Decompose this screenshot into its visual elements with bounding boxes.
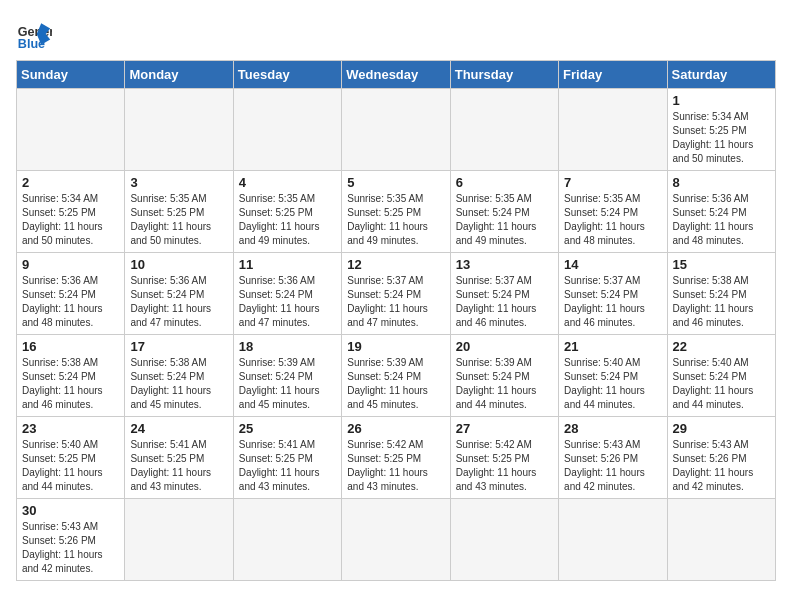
day-info: Sunrise: 5:40 AMSunset: 5:24 PMDaylight:…	[564, 356, 661, 412]
calendar-cell: 27Sunrise: 5:42 AMSunset: 5:25 PMDayligh…	[450, 417, 558, 499]
day-info: Sunrise: 5:34 AMSunset: 5:25 PMDaylight:…	[673, 110, 770, 166]
calendar-cell	[125, 499, 233, 581]
calendar-cell: 24Sunrise: 5:41 AMSunset: 5:25 PMDayligh…	[125, 417, 233, 499]
calendar-cell: 9Sunrise: 5:36 AMSunset: 5:24 PMDaylight…	[17, 253, 125, 335]
day-info: Sunrise: 5:36 AMSunset: 5:24 PMDaylight:…	[239, 274, 336, 330]
weekday-header-tuesday: Tuesday	[233, 61, 341, 89]
day-number: 14	[564, 257, 661, 272]
calendar-cell: 19Sunrise: 5:39 AMSunset: 5:24 PMDayligh…	[342, 335, 450, 417]
day-info: Sunrise: 5:35 AMSunset: 5:25 PMDaylight:…	[347, 192, 444, 248]
day-info: Sunrise: 5:39 AMSunset: 5:24 PMDaylight:…	[347, 356, 444, 412]
calendar-cell: 1Sunrise: 5:34 AMSunset: 5:25 PMDaylight…	[667, 89, 775, 171]
day-number: 29	[673, 421, 770, 436]
day-info: Sunrise: 5:35 AMSunset: 5:24 PMDaylight:…	[564, 192, 661, 248]
day-number: 17	[130, 339, 227, 354]
day-number: 19	[347, 339, 444, 354]
weekday-header-sunday: Sunday	[17, 61, 125, 89]
calendar-row-6: 30Sunrise: 5:43 AMSunset: 5:26 PMDayligh…	[17, 499, 776, 581]
weekday-header-saturday: Saturday	[667, 61, 775, 89]
day-info: Sunrise: 5:35 AMSunset: 5:25 PMDaylight:…	[239, 192, 336, 248]
calendar-cell: 5Sunrise: 5:35 AMSunset: 5:25 PMDaylight…	[342, 171, 450, 253]
calendar-cell: 26Sunrise: 5:42 AMSunset: 5:25 PMDayligh…	[342, 417, 450, 499]
weekday-header-row: SundayMondayTuesdayWednesdayThursdayFrid…	[17, 61, 776, 89]
weekday-header-monday: Monday	[125, 61, 233, 89]
day-info: Sunrise: 5:39 AMSunset: 5:24 PMDaylight:…	[456, 356, 553, 412]
calendar-cell	[667, 499, 775, 581]
day-number: 21	[564, 339, 661, 354]
calendar-cell: 6Sunrise: 5:35 AMSunset: 5:24 PMDaylight…	[450, 171, 558, 253]
day-info: Sunrise: 5:41 AMSunset: 5:25 PMDaylight:…	[130, 438, 227, 494]
day-info: Sunrise: 5:34 AMSunset: 5:25 PMDaylight:…	[22, 192, 119, 248]
calendar-cell: 3Sunrise: 5:35 AMSunset: 5:25 PMDaylight…	[125, 171, 233, 253]
day-info: Sunrise: 5:43 AMSunset: 5:26 PMDaylight:…	[22, 520, 119, 576]
day-number: 25	[239, 421, 336, 436]
day-number: 6	[456, 175, 553, 190]
day-number: 28	[564, 421, 661, 436]
calendar-cell	[342, 89, 450, 171]
weekday-header-thursday: Thursday	[450, 61, 558, 89]
day-number: 27	[456, 421, 553, 436]
day-number: 11	[239, 257, 336, 272]
day-number: 1	[673, 93, 770, 108]
calendar-cell	[342, 499, 450, 581]
calendar-cell	[450, 499, 558, 581]
calendar-cell: 30Sunrise: 5:43 AMSunset: 5:26 PMDayligh…	[17, 499, 125, 581]
day-number: 3	[130, 175, 227, 190]
day-number: 23	[22, 421, 119, 436]
calendar-cell: 21Sunrise: 5:40 AMSunset: 5:24 PMDayligh…	[559, 335, 667, 417]
calendar-cell: 17Sunrise: 5:38 AMSunset: 5:24 PMDayligh…	[125, 335, 233, 417]
calendar-cell: 13Sunrise: 5:37 AMSunset: 5:24 PMDayligh…	[450, 253, 558, 335]
day-number: 7	[564, 175, 661, 190]
page-header: General Blue	[16, 16, 776, 52]
day-info: Sunrise: 5:42 AMSunset: 5:25 PMDaylight:…	[347, 438, 444, 494]
calendar-table: SundayMondayTuesdayWednesdayThursdayFrid…	[16, 60, 776, 581]
day-info: Sunrise: 5:43 AMSunset: 5:26 PMDaylight:…	[564, 438, 661, 494]
weekday-header-wednesday: Wednesday	[342, 61, 450, 89]
calendar-cell: 4Sunrise: 5:35 AMSunset: 5:25 PMDaylight…	[233, 171, 341, 253]
calendar-cell	[125, 89, 233, 171]
day-info: Sunrise: 5:42 AMSunset: 5:25 PMDaylight:…	[456, 438, 553, 494]
day-number: 2	[22, 175, 119, 190]
calendar-cell: 28Sunrise: 5:43 AMSunset: 5:26 PMDayligh…	[559, 417, 667, 499]
calendar-cell	[559, 499, 667, 581]
day-info: Sunrise: 5:40 AMSunset: 5:25 PMDaylight:…	[22, 438, 119, 494]
day-info: Sunrise: 5:36 AMSunset: 5:24 PMDaylight:…	[130, 274, 227, 330]
calendar-row-1: 1Sunrise: 5:34 AMSunset: 5:25 PMDaylight…	[17, 89, 776, 171]
day-number: 22	[673, 339, 770, 354]
calendar-cell	[450, 89, 558, 171]
day-info: Sunrise: 5:35 AMSunset: 5:24 PMDaylight:…	[456, 192, 553, 248]
calendar-cell: 8Sunrise: 5:36 AMSunset: 5:24 PMDaylight…	[667, 171, 775, 253]
calendar-cell: 20Sunrise: 5:39 AMSunset: 5:24 PMDayligh…	[450, 335, 558, 417]
calendar-row-2: 2Sunrise: 5:34 AMSunset: 5:25 PMDaylight…	[17, 171, 776, 253]
calendar-cell: 10Sunrise: 5:36 AMSunset: 5:24 PMDayligh…	[125, 253, 233, 335]
day-number: 13	[456, 257, 553, 272]
logo-icon: General Blue	[16, 16, 52, 52]
day-number: 20	[456, 339, 553, 354]
calendar-cell: 22Sunrise: 5:40 AMSunset: 5:24 PMDayligh…	[667, 335, 775, 417]
day-info: Sunrise: 5:38 AMSunset: 5:24 PMDaylight:…	[673, 274, 770, 330]
calendar-cell	[233, 89, 341, 171]
calendar-cell	[17, 89, 125, 171]
calendar-cell	[559, 89, 667, 171]
calendar-cell: 18Sunrise: 5:39 AMSunset: 5:24 PMDayligh…	[233, 335, 341, 417]
day-info: Sunrise: 5:35 AMSunset: 5:25 PMDaylight:…	[130, 192, 227, 248]
day-number: 8	[673, 175, 770, 190]
calendar-cell: 2Sunrise: 5:34 AMSunset: 5:25 PMDaylight…	[17, 171, 125, 253]
calendar-cell: 15Sunrise: 5:38 AMSunset: 5:24 PMDayligh…	[667, 253, 775, 335]
day-number: 5	[347, 175, 444, 190]
day-info: Sunrise: 5:41 AMSunset: 5:25 PMDaylight:…	[239, 438, 336, 494]
day-info: Sunrise: 5:39 AMSunset: 5:24 PMDaylight:…	[239, 356, 336, 412]
day-number: 10	[130, 257, 227, 272]
day-number: 30	[22, 503, 119, 518]
calendar-cell	[233, 499, 341, 581]
logo: General Blue	[16, 16, 52, 52]
day-number: 18	[239, 339, 336, 354]
calendar-cell: 11Sunrise: 5:36 AMSunset: 5:24 PMDayligh…	[233, 253, 341, 335]
day-number: 9	[22, 257, 119, 272]
calendar-cell: 16Sunrise: 5:38 AMSunset: 5:24 PMDayligh…	[17, 335, 125, 417]
day-info: Sunrise: 5:36 AMSunset: 5:24 PMDaylight:…	[673, 192, 770, 248]
calendar-cell: 12Sunrise: 5:37 AMSunset: 5:24 PMDayligh…	[342, 253, 450, 335]
calendar-cell: 29Sunrise: 5:43 AMSunset: 5:26 PMDayligh…	[667, 417, 775, 499]
day-info: Sunrise: 5:37 AMSunset: 5:24 PMDaylight:…	[564, 274, 661, 330]
day-number: 15	[673, 257, 770, 272]
